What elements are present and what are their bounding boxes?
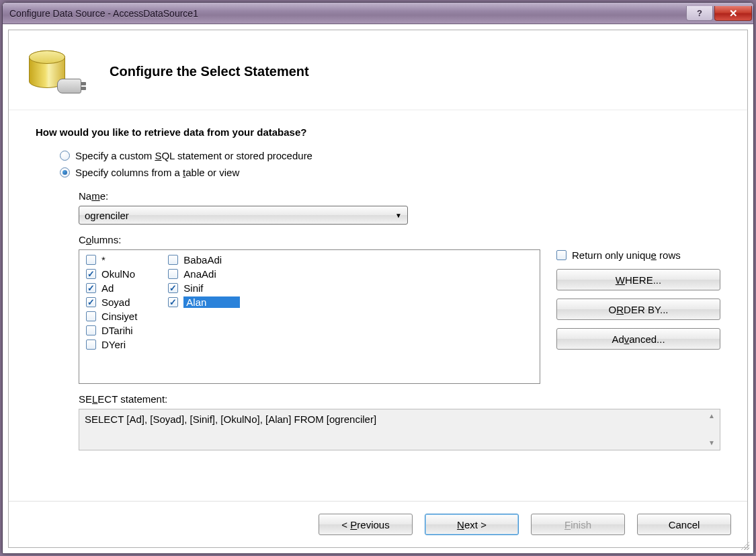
column-label: Ad — [101, 282, 114, 294]
select-statement-text: SELECT [Ad], [Soyad], [Sinif], [OkulNo],… — [85, 413, 376, 425]
cancel-button[interactable]: Cancel — [637, 514, 731, 535]
previous-button[interactable]: < Previous — [319, 514, 413, 535]
column-item[interactable]: Cinsiyet — [86, 311, 137, 322]
dialog-body: Configure the Select Statement How would… — [8, 30, 748, 548]
where-button[interactable]: WHERE... — [556, 269, 720, 290]
column-item[interactable]: * — [86, 254, 137, 266]
help-button[interactable]: ? — [686, 6, 713, 21]
radio-icon — [60, 167, 70, 177]
name-value: ogrenciler — [85, 210, 129, 221]
name-label: Name: — [79, 190, 720, 202]
column-label: DTarihi — [101, 325, 133, 336]
column-item[interactable]: OkulNo — [86, 268, 137, 280]
next-button[interactable]: Next > — [425, 514, 519, 535]
radio-label: Specify a custom SQL statement or stored… — [75, 150, 312, 161]
column-label: BabaAdi — [183, 254, 222, 266]
radio-label: Specify columns from a table or view — [75, 167, 239, 178]
unique-label: Return only unique rows — [572, 249, 681, 261]
radio-icon — [60, 151, 70, 161]
column-item[interactable]: Alan — [168, 296, 240, 308]
column-item[interactable]: Soyad — [86, 296, 137, 308]
close-icon: ✕ — [729, 8, 738, 18]
column-label: * — [101, 254, 106, 266]
checkbox-icon — [168, 269, 178, 279]
chevron-down-icon: ▼ — [395, 212, 402, 219]
select-statement-box: SELECT [Ad], [Soyad], [Sinif], [OkulNo],… — [79, 409, 720, 450]
radio-specify-columns[interactable]: Specify columns from a table or view — [60, 167, 720, 178]
checkbox-icon — [86, 340, 96, 350]
checkbox-icon — [168, 255, 178, 265]
finish-button: Finish — [531, 514, 625, 535]
column-item[interactable]: Sinif — [168, 282, 240, 294]
help-icon: ? — [697, 8, 702, 18]
column-label: OkulNo — [101, 268, 135, 280]
advanced-button[interactable]: Advanced... — [556, 328, 720, 350]
close-button[interactable]: ✕ — [714, 6, 752, 21]
header: Configure the Select Statement — [9, 30, 747, 110]
column-item[interactable]: DYeri — [86, 339, 137, 350]
columns-listbox[interactable]: *OkulNoAdSoyadCinsiyetDTarihiDYeri BabaA… — [79, 249, 540, 384]
checkbox-icon — [86, 269, 96, 279]
checkbox-icon — [168, 283, 178, 293]
database-icon — [29, 48, 83, 95]
column-item[interactable]: DTarihi — [86, 325, 137, 336]
titlebar-buttons: ? ✕ — [686, 6, 752, 21]
page-title: Configure the Select Statement — [110, 64, 309, 79]
checkbox-icon — [86, 325, 96, 335]
unique-rows-checkbox[interactable]: Return only unique rows — [556, 249, 720, 261]
titlebar: Configure Data Source - AccessDataSource… — [3, 3, 753, 24]
checkbox-icon — [86, 255, 96, 265]
column-label: AnaAdi — [183, 268, 216, 280]
content: How would you like to retrieve data from… — [9, 110, 747, 501]
checkbox-icon — [86, 311, 96, 321]
checkbox-icon — [86, 297, 96, 307]
prompt-text: How would you like to retrieve data from… — [36, 126, 720, 138]
footer: < Previous Next > Finish Cancel — [9, 501, 747, 547]
orderby-button[interactable]: ORDER BY... — [556, 299, 720, 320]
column-label: Alan — [183, 296, 240, 308]
column-item[interactable]: AnaAdi — [168, 268, 240, 280]
name-dropdown[interactable]: ogrenciler ▼ — [79, 206, 408, 225]
scroll-up-icon[interactable]: ▲ — [706, 412, 717, 420]
dialog-window: Configure Data Source - AccessDataSource… — [2, 2, 754, 554]
radio-custom-sql[interactable]: Specify a custom SQL statement or stored… — [60, 150, 720, 161]
select-stmt-label: SELECT statement: — [79, 393, 720, 405]
resize-grip-icon[interactable] — [740, 541, 749, 550]
column-label: DYeri — [101, 339, 126, 350]
column-item[interactable]: Ad — [86, 282, 137, 294]
checkbox-icon — [86, 283, 96, 293]
column-label: Cinsiyet — [101, 311, 137, 322]
window-title: Configure Data Source - AccessDataSource… — [9, 8, 686, 19]
column-item[interactable]: BabaAdi — [168, 254, 240, 266]
columns-label: Columns: — [79, 234, 720, 245]
scroll-down-icon[interactable]: ▼ — [706, 439, 717, 447]
column-label: Soyad — [101, 296, 130, 308]
column-label: Sinif — [183, 282, 203, 294]
checkbox-icon — [556, 250, 566, 260]
checkbox-icon — [168, 297, 178, 307]
